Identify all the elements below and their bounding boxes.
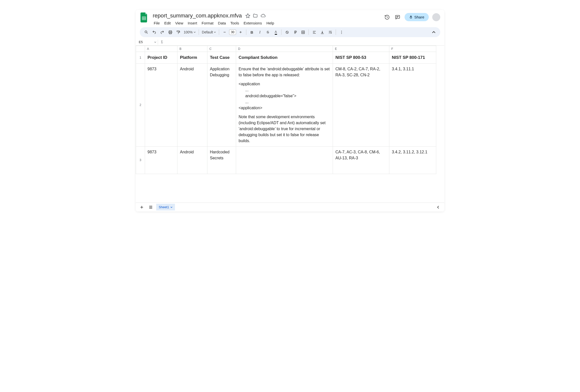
fx-icon[interactable]: Σ <box>159 40 164 44</box>
search-icon[interactable] <box>143 29 150 36</box>
fontsize-increase-icon[interactable] <box>237 29 244 36</box>
undo-icon[interactable] <box>151 29 158 36</box>
menu-file[interactable]: File <box>152 20 162 26</box>
svg-rect-8 <box>177 31 179 32</box>
col-header-E[interactable]: E <box>333 46 389 52</box>
col-header-B[interactable]: B <box>177 46 207 52</box>
toolbar: 100% Default B I S A <box>140 27 440 37</box>
col-header-C[interactable]: C <box>207 46 236 52</box>
share-button[interactable]: Share <box>405 13 429 21</box>
paint-format-icon[interactable] <box>175 29 182 36</box>
cell-E2[interactable]: CM-8, CA-2, CA-7, RA-2, RA-3, SC-28, CN-… <box>333 63 389 146</box>
fontsize-decrease-icon[interactable] <box>221 29 228 36</box>
cell-F2[interactable]: 3.4.1, 3.11.1 <box>389 63 436 146</box>
fill-color-icon[interactable] <box>284 29 290 36</box>
svg-rect-3 <box>410 17 412 18</box>
menu-view[interactable]: View <box>173 20 185 26</box>
explore-collapse-icon[interactable] <box>435 204 442 211</box>
cell-D1[interactable]: Compliant Solution <box>236 52 333 64</box>
borders-icon[interactable] <box>299 29 306 36</box>
cell-C2[interactable]: Application Debugging <box>207 63 236 146</box>
svg-point-4 <box>145 31 147 33</box>
add-sheet-icon[interactable] <box>138 204 145 211</box>
grid[interactable]: A B C D E F 1 Project ID Platform Test C… <box>136 46 444 202</box>
all-sheets-icon[interactable] <box>147 204 154 211</box>
header-right: Share <box>384 12 440 21</box>
title-block: report_summary_com.appknox.mfva File Edi… <box>152 12 381 26</box>
text-color-icon[interactable]: A <box>272 29 279 36</box>
font-dropdown[interactable]: Default <box>201 30 217 34</box>
header: report_summary_com.appknox.mfva File Edi… <box>136 10 444 26</box>
star-icon[interactable] <box>245 13 250 18</box>
sheet-tabs-bar: Sheet1 <box>136 202 444 211</box>
cell-B3[interactable]: Android <box>177 146 207 174</box>
toolbar-wrap: 100% Default B I S A <box>136 26 444 39</box>
col-header-A[interactable]: A <box>145 46 177 52</box>
sheet-table: A B C D E F 1 Project ID Platform Test C… <box>136 46 436 174</box>
col-header-F[interactable]: F <box>389 46 436 52</box>
align-icon[interactable] <box>311 29 318 36</box>
bold-icon[interactable]: B <box>248 29 255 36</box>
svg-rect-2 <box>396 15 400 18</box>
cell-E3[interactable]: CA-7, AC-3, CA-8, CM-6, AU-13, RA-3 <box>333 146 389 174</box>
redo-icon[interactable] <box>159 29 166 36</box>
text-direction-icon[interactable] <box>291 29 298 36</box>
menu-extensions[interactable]: Extensions <box>242 20 264 26</box>
cell-C3[interactable]: Hardcoded Secrets <box>207 146 236 174</box>
cell-B2[interactable]: Android <box>177 63 207 146</box>
svg-point-13 <box>341 33 342 34</box>
share-label: Share <box>414 15 424 19</box>
sheet-tab-dropdown-icon[interactable] <box>170 206 172 208</box>
cell-D3[interactable] <box>236 146 333 174</box>
folder-icon[interactable] <box>253 13 258 18</box>
history-icon[interactable] <box>384 14 391 21</box>
row-header-1[interactable]: 1 <box>136 52 145 64</box>
cell-D2[interactable]: Ensure that the ‘android:debuggable’ att… <box>236 63 333 146</box>
zoom-dropdown[interactable]: 100% <box>183 30 197 34</box>
name-box[interactable] <box>138 40 153 44</box>
sheets-logo[interactable] <box>140 12 149 23</box>
avatar[interactable] <box>432 13 440 21</box>
menu-edit[interactable]: Edit <box>162 20 173 26</box>
print-icon[interactable] <box>167 29 174 36</box>
cell-A1[interactable]: Project ID <box>145 52 177 64</box>
row-header-3[interactable]: 3 <box>136 146 145 174</box>
more-icon[interactable] <box>338 29 345 36</box>
collapse-toolbar-icon[interactable] <box>430 29 437 36</box>
comment-icon[interactable] <box>394 14 401 21</box>
namebox-row: Σ <box>136 39 444 46</box>
sheet-tab-sheet1[interactable]: Sheet1 <box>156 204 175 210</box>
menu-data[interactable]: Data <box>216 20 228 26</box>
cell-C1[interactable]: Test Case <box>207 52 236 64</box>
cell-A2[interactable]: 9873 <box>145 63 177 146</box>
svg-point-12 <box>341 32 342 33</box>
strikethrough-icon[interactable]: S <box>264 29 271 36</box>
menu-help[interactable]: Help <box>264 20 276 26</box>
menu-format[interactable]: Format <box>200 20 216 26</box>
select-all-corner[interactable] <box>136 46 145 52</box>
cell-A3[interactable]: 9873 <box>145 146 177 174</box>
cell-E1[interactable]: NIST SP 800-53 <box>333 52 389 64</box>
valign-icon[interactable] <box>319 29 326 36</box>
app-window: report_summary_com.appknox.mfva File Edi… <box>136 10 444 211</box>
row-header-2[interactable]: 2 <box>136 63 145 146</box>
menubar: File Edit View Insert Format Data Tools … <box>152 20 381 26</box>
cloud-icon[interactable] <box>260 13 266 18</box>
italic-icon[interactable]: I <box>256 29 263 36</box>
menu-tools[interactable]: Tools <box>228 20 241 26</box>
menu-insert[interactable]: Insert <box>186 20 199 26</box>
cell-F3[interactable]: 3.4.2, 3.11.2, 3.12.1 <box>389 146 436 174</box>
doc-title[interactable]: report_summary_com.appknox.mfva <box>152 12 243 19</box>
col-header-D[interactable]: D <box>236 46 333 52</box>
svg-point-11 <box>341 31 342 31</box>
cell-B1[interactable]: Platform <box>177 52 207 64</box>
wrap-icon[interactable] <box>327 29 334 36</box>
fontsize-input[interactable] <box>229 29 236 35</box>
cell-F1[interactable]: NIST SP 800-171 <box>389 52 436 64</box>
namebox-dropdown-icon[interactable] <box>154 41 156 43</box>
